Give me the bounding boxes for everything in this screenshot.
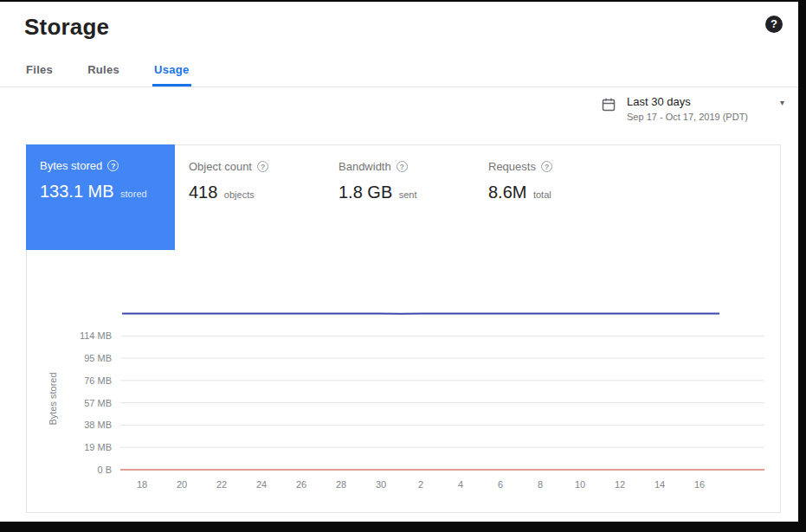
x-tick-label: 28 [336,479,346,490]
usage-chart: 0 B19 MB38 MB57 MB76 MB95 MB114 MB182022… [44,297,771,500]
metric-label-text: Object count [189,160,252,173]
metric-value-unit: objects [224,189,255,200]
metric-bandwidth[interactable]: Bandwidth ? 1.8 GB sent [325,145,474,202]
metric-label: Bytes stored ? [40,159,161,172]
y-tick-label: 19 MB [84,442,112,452]
chevron-down-icon: ▾ [780,98,784,107]
x-tick-label: 14 [654,479,665,490]
metric-label: Bandwidth ? [339,160,461,173]
x-tick-label: 4 [458,479,463,490]
x-tick-label: 10 [575,479,585,490]
metric-value-unit: sent [399,189,417,200]
metric-value-number: 418 [189,183,217,202]
x-tick-label: 12 [615,479,625,490]
tab-bar: Files Rules Usage [0,54,798,87]
date-range-label: Last 30 days [627,95,748,108]
x-tick-label: 24 [256,479,267,490]
x-tick-label: 26 [296,479,306,490]
x-tick-label: 16 [694,479,705,490]
y-tick-label: 95 MB [84,353,112,363]
metric-label-text: Bytes stored [40,159,102,172]
metric-value-unit: stored [120,189,147,199]
y-tick-label: 38 MB [84,420,112,430]
metric-value-unit: total [533,189,551,200]
metric-value-number: 133.1 MB [40,182,114,201]
tab-usage[interactable]: Usage [152,54,191,87]
x-tick-label: 20 [177,479,187,490]
y-tick-label: 0 B [97,465,112,475]
metric-value: 133.1 MB stored [40,182,161,202]
metric-label: Object count ? [189,160,311,173]
x-tick-label: 30 [376,479,386,490]
y-tick-label: 57 MB [84,398,112,408]
x-tick-label: 22 [216,479,227,490]
metric-label-text: Requests [488,160,536,173]
y-axis-title: Bytes stored [48,372,58,425]
help-icon[interactable]: ? [397,161,408,172]
metric-value: 8.6M total [488,183,610,202]
storage-page: Storage ? Files Rules Usage Last 30 days… [0,2,798,522]
tab-rules[interactable]: Rules [86,54,121,87]
usage-panel: Bytes stored ? 133.1 MB stored Object co… [26,144,781,513]
date-range-selector[interactable]: Last 30 days Sep 17 - Oct 17, 2019 (PDT)… [601,95,784,122]
tab-files[interactable]: Files [24,54,55,87]
help-icon[interactable]: ? [257,161,268,172]
page-header: Storage ? [0,2,798,41]
date-range-text: Last 30 days Sep 17 - Oct 17, 2019 (PDT) [627,95,748,122]
page-title: Storage [24,14,774,41]
y-tick-label: 114 MB [80,330,112,341]
help-icon[interactable]: ? [765,16,783,33]
metric-value: 1.8 GB sent [339,183,461,202]
x-tick-label: 2 [418,479,423,490]
metric-value-number: 1.8 GB [339,183,392,202]
metric-value-number: 8.6M [488,183,526,202]
help-icon[interactable]: ? [541,161,552,172]
help-icon[interactable]: ? [107,160,119,171]
x-tick-label: 6 [498,479,503,490]
date-range-subtitle: Sep 17 - Oct 17, 2019 (PDT) [627,112,748,122]
calendar-icon [601,97,616,112]
metrics-row: Bytes stored ? 133.1 MB stored Object co… [27,145,780,250]
x-tick-label: 18 [137,479,147,490]
metric-label-text: Bandwidth [339,160,391,173]
screen: Storage ? Files Rules Usage Last 30 days… [0,0,806,532]
y-tick-label: 76 MB [84,375,112,386]
metric-label: Requests ? [488,160,610,173]
metric-value: 418 objects [189,183,311,202]
x-tick-label: 8 [538,479,543,490]
metric-bytes-stored[interactable]: Bytes stored ? 133.1 MB stored [26,144,175,250]
metric-requests[interactable]: Requests ? 8.6M total [474,145,624,202]
metric-object-count[interactable]: Object count ? 418 objects [175,145,325,202]
